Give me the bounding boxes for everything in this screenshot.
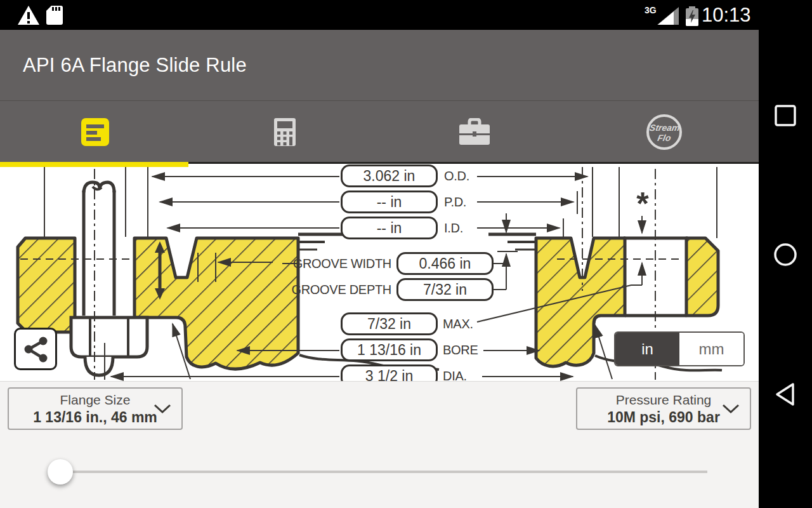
home-button[interactable] [773,243,797,267]
size-slider-track[interactable] [60,471,707,473]
warning-icon [16,4,41,26]
clock: 10:13 [702,0,751,30]
recents-button[interactable] [774,104,797,127]
groove-width-label: GROOVE WIDTH [279,252,391,275]
asterisk-marker: * [631,185,655,222]
stud-break [84,182,114,192]
back-button[interactable] [775,382,796,406]
stud-tip [85,357,113,375]
tab-toolbox[interactable] [379,101,569,163]
id-label: I.D. [444,217,488,239]
tab-specs[interactable] [0,101,190,163]
pressure-rating-dropdown[interactable]: Pressure Rating 10M psi, 690 bar [576,387,751,430]
tab-calculator[interactable] [190,101,379,163]
max-value-box: 7/32 in [341,312,438,335]
toolbox-icon [458,118,491,146]
logo-text-1: Stream [648,123,680,133]
share-icon [19,333,52,366]
groove-depth-value-box: 7/32 in [396,278,494,301]
left-flange-od-edge [18,238,75,332]
groove-depth-label: GROOVE DEPTH [279,278,391,301]
selected-tab-indicator [0,162,188,167]
unit-toggle: in mm [614,331,745,366]
streamflo-logo-icon: Stream Flo [645,113,684,151]
bore-label: BORE [443,338,494,361]
od-label: O.D. [444,164,488,187]
unit-toggle-mm[interactable]: mm [679,333,743,365]
app-bar: API 6A Flange Slide Rule [0,30,759,100]
pd-value-box: -- in [341,190,438,213]
bore-value-box: 1 13/16 in [341,338,438,361]
right-flange-od-edge [686,238,718,316]
unit-toggle-in[interactable]: in [615,333,679,365]
size-slider-thumb[interactable] [48,459,73,485]
nut [71,318,147,357]
chevron-down-icon [722,404,740,414]
pressure-rating-value: 10M psi, 690 bar [607,408,720,426]
battery-charging-icon [684,5,700,27]
app-screen: 3G 10:13 API 6A Flange Slide Rule [0,0,812,508]
calculator-icon [273,117,297,147]
tab-streamflo[interactable]: Stream Flo [569,101,759,163]
stud [84,190,114,316]
flange-size-dropdown[interactable]: Flange Size 1 13/16 in., 46 mm [8,387,183,430]
pd-label: P.D. [444,190,488,213]
tab-bar: Stream Flo [0,100,759,163]
article-icon [81,118,109,146]
sd-card-icon [46,5,63,25]
id-value-box: -- in [341,217,438,239]
max-label: MAX. [443,312,494,335]
logo-text-2: Flo [657,133,672,143]
chevron-down-icon [154,404,171,414]
flange-size-value: 1 13/16 in., 46 mm [33,408,157,426]
network-type-label: 3G [645,5,657,15]
right-flange-body [536,238,625,366]
groove-width-value-box: 0.466 in [396,252,494,275]
page-title: API 6A Flange Slide Rule [0,30,759,100]
status-bar: 3G 10:13 [0,0,812,30]
pressure-rating-label: Pressure Rating [616,392,712,408]
od-value-box: 3.062 in [341,164,438,187]
android-nav-bar [759,30,812,508]
share-button[interactable] [14,328,57,370]
signal-icon [657,7,679,25]
flange-size-label: Flange Size [60,392,131,408]
